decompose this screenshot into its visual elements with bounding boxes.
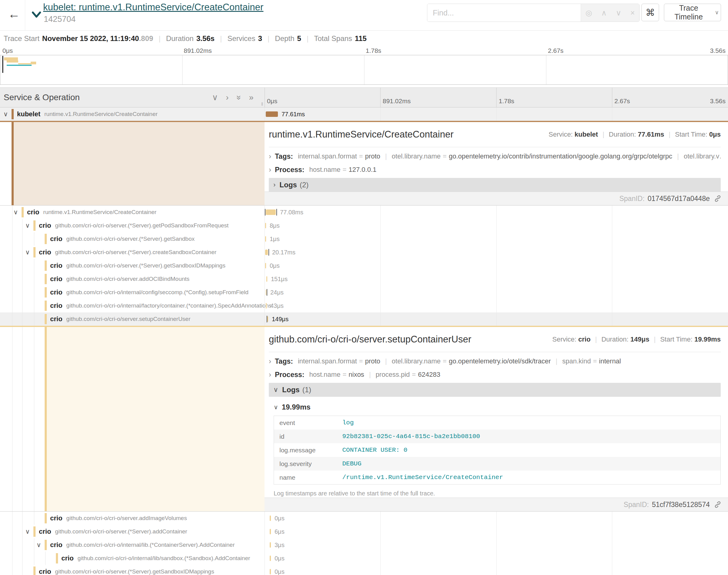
span-operation-name: github.com/cri-o/cri-o/internal/config/s… — [66, 289, 249, 296]
kv-key: internal.span.format — [298, 153, 357, 160]
span-timeline-cell[interactable]: 0μs — [265, 259, 728, 272]
chevron-down-icon: ∨ — [715, 9, 719, 16]
deep-link-icon[interactable] — [714, 501, 721, 508]
column-divider[interactable] — [265, 88, 265, 107]
span-timeline-cell[interactable]: 24μs — [265, 286, 728, 299]
deep-link-icon[interactable] — [714, 195, 721, 202]
span-timeline-cell[interactable]: 151μs — [265, 272, 728, 286]
duration-value: 77.61ms — [638, 131, 664, 138]
logs-toggle-bar[interactable]: ›Logs(2) — [269, 178, 721, 192]
span-row[interactable]: criogithub.com/cri-o/cri-o/internal/lib/… — [0, 552, 728, 565]
span-timeline-cell[interactable]: 20.17ms — [265, 246, 728, 259]
span-timeline-cell[interactable]: 149μs — [265, 312, 728, 326]
prev-match-icon[interactable]: ∧ — [601, 8, 606, 17]
indent-guide — [12, 327, 12, 511]
span-duration-bar[interactable] — [270, 555, 271, 561]
span-duration-bar[interactable] — [266, 209, 276, 215]
span-duration-bar[interactable] — [270, 515, 271, 521]
log-entry-header[interactable]: ∨19.99ms — [274, 403, 721, 411]
span-operation-name: github.com/cri-o/cri-o/internal/lib/sand… — [77, 555, 250, 562]
span-timeline-cell[interactable]: 77.61ms — [265, 107, 728, 121]
log-field-row: id92b82381-025c-4a64-815c-ba2e1bb08100 — [274, 430, 720, 443]
span-duration-bar[interactable] — [267, 316, 268, 322]
minimap-tick: 2.67s — [548, 47, 563, 54]
minimap-scrubber-handle[interactable] — [2, 56, 3, 73]
span-duration-bar[interactable] — [270, 569, 271, 574]
logs-toggle-bar[interactable]: ∨Logs(1) — [269, 383, 721, 397]
minimap-span-bar — [4, 57, 18, 60]
span-row[interactable]: criogithub.com/cri-o/cri-o/internal/conf… — [0, 286, 728, 299]
span-timeline-cell[interactable]: 0μs — [265, 552, 728, 565]
keyboard-shortcuts-button[interactable]: ⌘ — [641, 4, 659, 21]
span-duration-bar[interactable] — [266, 276, 267, 282]
span-detail-title: github.com/cri-o/cri-o/server.setupConta… — [269, 334, 471, 345]
span-timeline-cell[interactable]: 43μs — [265, 299, 728, 312]
trace-start-ms: .809 — [139, 34, 153, 43]
span-duration-bar[interactable] — [266, 303, 267, 308]
span-duration-bar[interactable] — [265, 236, 266, 242]
span-row[interactable]: criogithub.com/cri-o/cri-o/server.addIma… — [0, 512, 728, 525]
span-row[interactable]: criogithub.com/cri-o/cri-o/server.addOCI… — [0, 272, 728, 286]
trace-start-value: November 15 2022, 11:19:40 — [42, 34, 139, 43]
span-duration-bar[interactable] — [265, 249, 268, 255]
span-row[interactable]: criogithub.com/cri-o/cri-o/server.setupC… — [0, 312, 728, 326]
duration-value: 3.56s — [196, 34, 214, 43]
span-row[interactable]: ∨criogithub.com/cri-o/cri-o/server.(*Ser… — [0, 219, 728, 232]
tags-row[interactable]: ›Tags:internal.span.format=proto|otel.li… — [269, 357, 721, 366]
span-detail-left-fill — [47, 327, 265, 511]
expand-one-icon[interactable]: › — [226, 94, 229, 102]
span-duration-label: 0μs — [274, 512, 285, 525]
column-resize-handle[interactable]: ‖ — [261, 101, 263, 107]
logs-label: Logs — [279, 181, 297, 189]
span-row[interactable]: ∨kubeletruntime.v1.RuntimeService/Create… — [0, 107, 728, 121]
trace-view-selector-button[interactable]: Trace Timeline ∨ — [664, 4, 721, 21]
span-duration-bar[interactable] — [270, 529, 271, 534]
span-row[interactable]: ∨criogithub.com/cri-o/cri-o/internal/lib… — [0, 538, 728, 552]
span-timeline-cell[interactable]: 3μs — [265, 538, 728, 552]
kv-value: proto — [365, 357, 380, 365]
collapse-one-icon[interactable]: ∨ — [212, 94, 218, 102]
span-timeline-cell[interactable]: 8μs — [265, 219, 728, 232]
span-duration-bar[interactable] — [265, 263, 266, 268]
clear-search-icon[interactable]: × — [630, 8, 635, 17]
span-row[interactable]: ∨crioruntime.v1.RuntimeService/CreateCon… — [0, 206, 728, 219]
trace-timeline-minimap: 0μs 891.02ms 1.78s 2.67s 3.56s — [0, 46, 728, 88]
span-row[interactable]: ∨criogithub.com/cri-o/cri-o/server.(*Ser… — [0, 246, 728, 259]
log-field-row: log.messageCONTAINER USER: 0 — [274, 443, 720, 457]
collapse-all-icon[interactable]: » — [235, 95, 243, 100]
span-row[interactable]: criogithub.com/cri-o/cri-o/internal/fact… — [0, 299, 728, 312]
expand-all-icon[interactable]: » — [249, 94, 254, 102]
span-timeline-cell[interactable]: 77.08ms — [265, 206, 728, 219]
back-button[interactable]: ← — [8, 8, 20, 20]
trace-summary-bar: Trace Start November 15 2022, 11:19:40.8… — [0, 30, 728, 46]
span-duration-bar[interactable] — [266, 290, 266, 295]
span-row[interactable]: criogithub.com/cri-o/cri-o/server.(*Serv… — [0, 232, 728, 246]
process-row[interactable]: ›Process:host.name=nixos|process.pid=624… — [269, 370, 721, 379]
ruler-tick: 891.02ms — [383, 97, 410, 105]
span-row[interactable]: criogithub.com/cri-o/cri-o/server.(*Serv… — [0, 259, 728, 272]
span-detail-content: runtime.v1.RuntimeService/CreateContaine… — [269, 122, 721, 205]
tags-row[interactable]: ›Tags:internal.span.format=proto|otel.li… — [269, 152, 721, 161]
span-duration-bar[interactable] — [270, 542, 271, 548]
span-timeline-cell[interactable]: 1μs — [265, 232, 728, 246]
span-timeline-cell[interactable]: 6μs — [265, 525, 728, 538]
focus-match-icon[interactable]: ◎ — [586, 8, 592, 17]
collapse-trace-header-chevron-icon[interactable] — [30, 8, 42, 21]
span-detail-meta: Service: kubelet|Duration: 77.61ms|Start… — [549, 131, 721, 138]
next-match-icon[interactable]: ∨ — [616, 8, 621, 17]
span-service-name: crio — [50, 275, 62, 283]
process-row[interactable]: ›Process:host.name=127.0.0.1 — [269, 165, 721, 174]
minimap-canvas[interactable] — [0, 55, 728, 85]
log-marker-tick — [276, 209, 277, 215]
span-row[interactable]: criogithub.com/cri-o/cri-o/server.(*Serv… — [0, 565, 728, 575]
span-row[interactable]: ∨criogithub.com/cri-o/cri-o/server.(*Ser… — [0, 525, 728, 538]
span-service-name: crio — [39, 568, 51, 575]
find-input[interactable] — [427, 4, 581, 22]
span-timeline-cell[interactable]: 0μs — [265, 512, 728, 525]
span-duration-bar[interactable] — [266, 111, 278, 117]
ruler-gridline — [612, 88, 612, 107]
span-duration-bar[interactable] — [265, 223, 266, 228]
span-timeline-cell[interactable]: 0μs — [265, 565, 728, 575]
trace-title-link[interactable]: kubelet: runtime.v1.RuntimeService/Creat… — [43, 2, 263, 13]
span-duration-label: 24μs — [270, 286, 284, 299]
